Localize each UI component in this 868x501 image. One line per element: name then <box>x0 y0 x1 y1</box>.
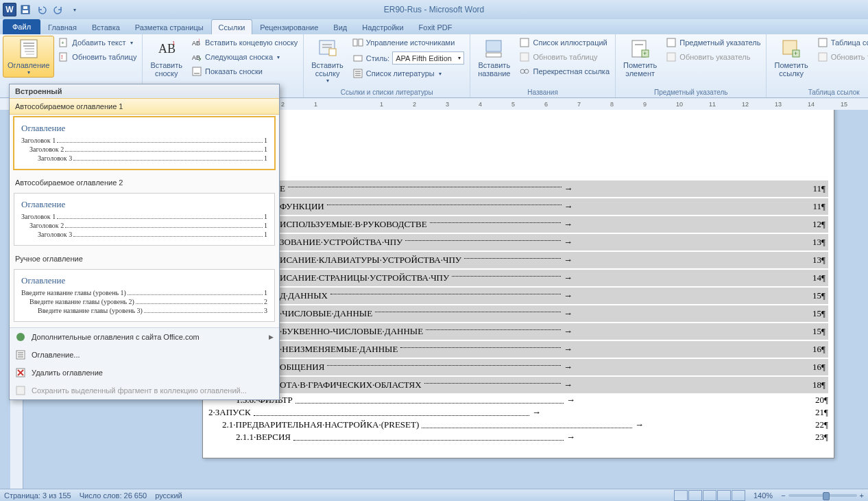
tab-review[interactable]: Рецензирование <box>252 19 326 34</box>
tab-mark: → <box>564 183 573 194</box>
toc-entry-text: ИСПОЛЬЗУЕМЫЕ·В·РУКОВОДСТВЕ <box>280 219 427 230</box>
insert-footnote-button[interactable]: AB1 Вставить сноску <box>145 36 187 80</box>
toc-entry[interactable]: ·ЧИСЛОВЫЕ·ДАННЫЕ→15¶ <box>277 305 828 322</box>
gallery-preview-auto2[interactable]: Оглавление Заголовок 11 Заголовок 21 Заг… <box>14 193 275 246</box>
svg-text:AB: AB <box>192 54 200 61</box>
insert-caption-button[interactable]: Вставить название <box>473 36 515 80</box>
toc-entry[interactable]: ОБЩЕНИЯ→16¶ <box>277 359 828 375</box>
toc-entry[interactable]: ·НЕИЗМЕНЯЕМЫЕ·ДАННЫЕ→16¶ <box>277 341 828 358</box>
gallery-item-auto1[interactable]: Автособираемое оглавление 1 <box>10 98 279 115</box>
toc-entry[interactable]: ОТА·В·ГРАФИЧЕСКИХ·ОБЛАСТЯХ→18¶ <box>277 377 828 393</box>
svg-text:+: + <box>61 40 64 46</box>
tab-home[interactable]: Главная <box>40 19 84 34</box>
menu-custom-toc[interactable]: Оглавление... <box>10 346 279 364</box>
style-icon <box>352 53 363 64</box>
undo-icon[interactable] <box>34 2 49 17</box>
show-footnotes-button[interactable]: Показать сноски <box>189 65 300 78</box>
next-footnote-button[interactable]: ABСледующая сноска▾ <box>189 50 300 64</box>
svg-rect-34 <box>520 53 529 61</box>
group-captions: Вставить название Список иллюстраций Обн… <box>470 34 616 97</box>
update-index-icon <box>666 51 677 62</box>
toc-entry[interactable]: ИСАНИЕ·КЛАВИАТУРЫ·УСТРОЙСТВА·ЧПУ→13¶ <box>277 252 828 268</box>
zoom-slider[interactable] <box>788 494 857 497</box>
manage-sources-button[interactable]: Управление источниками <box>350 36 467 49</box>
view-buttons[interactable] <box>674 490 745 501</box>
status-page[interactable]: Страница: 3 из 155 <box>4 491 71 500</box>
zoom-control[interactable]: − + <box>781 491 864 500</box>
update-figures-button[interactable]: Обновить таблицу <box>516 50 612 64</box>
update-table-button[interactable]: !Обновить таблицу <box>56 50 139 64</box>
document-page[interactable]: Е→11¶ФУНКЦИИ→11¶ИСПОЛЬЗУЕМЫЕ·В·РУКОВОДСТ… <box>202 110 834 458</box>
toc-gallery-dropdown: Встроенный Автособираемое оглавление 1 О… <box>9 84 280 400</box>
tab-insert[interactable]: Вставка <box>84 19 128 34</box>
mark-entry-button[interactable]: + Пометить элемент <box>618 36 662 80</box>
zoom-value[interactable]: 140% <box>754 491 773 500</box>
status-words[interactable]: Число слов: 26 650 <box>80 491 147 500</box>
toc-page-num: 15¶ <box>812 308 825 319</box>
redo-icon[interactable] <box>51 2 66 17</box>
zoom-in-icon[interactable]: + <box>860 491 864 500</box>
style-combobox[interactable]: APA Fifth Edition▾ <box>392 51 464 65</box>
gallery-preview-manual[interactable]: Оглавление Введите название главы (урове… <box>14 269 275 322</box>
bibliography-button[interactable]: Список литературы▾ <box>350 67 467 80</box>
update-figures-icon <box>519 51 530 62</box>
add-text-button[interactable]: +Добавить текст▾ <box>56 36 139 49</box>
toc-entry[interactable]: ·БУКВЕННО-ЧИСЛОВЫЕ·ДАННЫЕ→15¶ <box>277 323 828 340</box>
insert-index-button[interactable]: Предметный указатель <box>663 36 763 49</box>
view-print-icon[interactable] <box>674 490 688 501</box>
svg-point-36 <box>525 69 529 73</box>
toc-page: 21¶ <box>815 407 828 418</box>
tab-foxit[interactable]: Foxit PDF <box>411 19 460 34</box>
toc-entry[interactable]: Д·ДАННЫХ→15¶ <box>277 288 828 304</box>
tab-mark: → <box>564 255 572 266</box>
word-app-icon[interactable]: W <box>3 3 16 16</box>
table-figures-button[interactable]: Список иллюстраций <box>516 36 612 49</box>
svg-rect-41 <box>667 38 675 47</box>
view-draft-icon[interactable] <box>732 490 745 501</box>
toc-entry[interactable]: ИСАНИЕ·СТРАНИЦЫ·УСТРОЙСТВА·ЧПУ→14¶ <box>277 270 828 286</box>
toc-entry[interactable]: ЗОВАНИЕ·УСТРОЙСТВА·ЧПУ→13¶ <box>277 234 828 250</box>
menu-remove-toc[interactable]: Удалить оглавление <box>10 364 279 382</box>
view-web-icon[interactable] <box>703 490 716 501</box>
citation-style[interactable]: Стиль: APA Fifth Edition▾ <box>350 50 467 66</box>
tab-mark: → <box>564 344 572 355</box>
update-table-icon: ! <box>58 51 69 62</box>
update-authorities-button[interactable]: Обновить таблицу <box>815 50 868 64</box>
toc-entry[interactable]: ИСПОЛЬЗУЕМЫЕ·В·РУКОВОДСТВЕ→12¶ <box>277 216 828 233</box>
tab-mark: → <box>564 308 572 319</box>
manage-sources-icon <box>352 37 363 48</box>
qat-dropdown-icon[interactable]: ▾ <box>67 2 82 17</box>
toc-page-num: 18¶ <box>812 380 825 391</box>
mark-citation-button[interactable]: + Пометить ссылку <box>769 36 812 80</box>
zoom-out-icon[interactable]: − <box>781 491 785 500</box>
tab-mark: → <box>564 219 572 230</box>
insert-authorities-button[interactable]: Таблица ссылок <box>815 36 868 49</box>
tab-addins[interactable]: Надстройки <box>354 19 411 34</box>
gallery-item-auto2[interactable]: Автособираемое оглавление 2 <box>10 175 279 190</box>
toc-page-num: 16¶ <box>812 344 825 355</box>
toc-entry-text: Е <box>280 183 285 194</box>
svg-rect-2 <box>23 6 27 9</box>
save-icon[interactable] <box>18 2 33 17</box>
tab-references[interactable]: Ссылки <box>211 19 253 34</box>
crossref-button[interactable]: Перекрестная ссылка <box>516 65 612 78</box>
svg-rect-31 <box>486 40 501 51</box>
update-index-button[interactable]: Обновить указатель <box>663 50 763 64</box>
view-read-icon[interactable] <box>688 490 702 501</box>
toc-page-num: 11¶ <box>813 201 825 212</box>
insert-citation-button[interactable]: Вставить ссылку▾ <box>306 36 348 86</box>
file-tab[interactable]: Файл <box>3 19 40 34</box>
toc-entry[interactable]: Е→11¶ <box>277 180 828 197</box>
tab-mark: → <box>564 326 572 337</box>
toc-entry-text: Д·ДАННЫХ <box>280 290 328 301</box>
tab-layout[interactable]: Разметка страницы <box>128 19 211 34</box>
insert-endnote-button[interactable]: ABiВставить концевую сноску <box>189 36 300 49</box>
tab-view[interactable]: Вид <box>326 19 354 34</box>
status-lang[interactable]: русский <box>155 491 182 500</box>
menu-more-office[interactable]: Дополнительные оглавления с сайта Office… <box>10 328 279 346</box>
gallery-preview-auto1[interactable]: Оглавление Заголовок 11 Заголовок 21 Заг… <box>13 116 276 170</box>
gallery-item-manual[interactable]: Ручное оглавление <box>10 251 279 266</box>
view-outline-icon[interactable] <box>717 490 731 501</box>
toc-entry[interactable]: ФУНКЦИИ→11¶ <box>277 198 828 215</box>
toc-button[interactable]: Оглавление ▾ <box>3 36 54 78</box>
